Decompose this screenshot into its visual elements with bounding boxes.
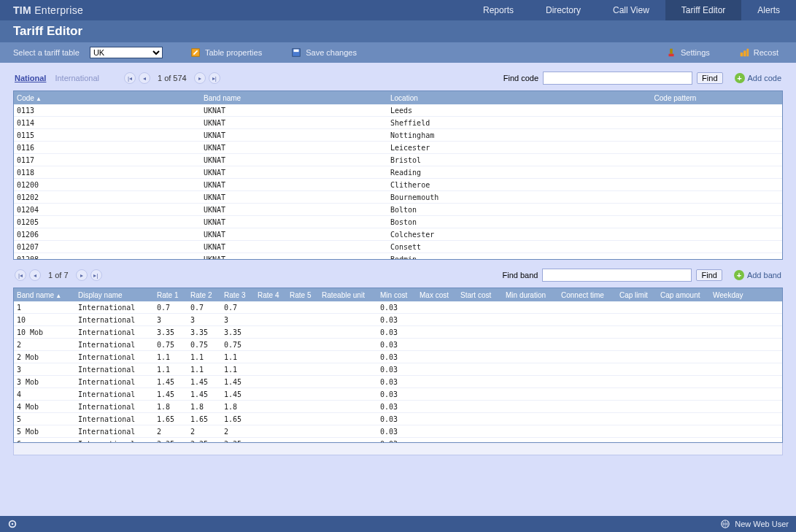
app-name-rest: Enterprise [31, 4, 83, 16]
nav-call-view[interactable]: Call View [597, 0, 665, 20]
svg-rect-7 [746, 49, 749, 57]
codes-header-pattern[interactable]: Code pattern [568, 94, 782, 102]
cell-band-name: 3 Mob [14, 378, 75, 386]
save-changes-button[interactable]: Save changes [287, 46, 361, 59]
table-row[interactable]: 4 MobInternational1.81.81.80.03 [14, 401, 782, 413]
table-row[interactable]: 10 MobInternational3.353.353.350.03 [14, 326, 782, 339]
toolbar: Select a tariff table UK Table propertie… [0, 42, 796, 63]
bands-header-max-cost[interactable]: Max cost [417, 291, 457, 299]
table-properties-button[interactable]: Table properties [186, 46, 266, 59]
find-band-input[interactable] [542, 269, 692, 282]
table-row[interactable]: 6International2.252.252.250.03 [14, 438, 782, 442]
codes-pager-first[interactable]: |◂ [124, 72, 136, 84]
bands-header-band[interactable]: Band name▲ [14, 291, 75, 299]
table-row[interactable]: 0115UKNATNottingham [14, 129, 782, 142]
cell-band-name: 4 Mob [14, 403, 75, 411]
table-row[interactable]: 2 MobInternational1.11.11.10.03 [14, 351, 782, 363]
cell-code: 0115 [14, 131, 201, 139]
tab-national[interactable]: National [15, 74, 46, 82]
bands-header-connect-time[interactable]: Connect time [558, 291, 617, 299]
table-row[interactable]: 1International0.70.70.70.03 [14, 301, 782, 314]
table-row[interactable]: 01206UKNATColchester [14, 228, 782, 241]
codes-pager-last[interactable]: ▸| [209, 72, 220, 84]
bands-horizontal-scrollbar[interactable] [13, 443, 783, 455]
codes-header-code[interactable]: Code▲ [14, 94, 201, 102]
find-code-button[interactable]: Find [697, 72, 722, 84]
nav-directory[interactable]: Directory [530, 0, 597, 20]
bands-header-rateable-unit[interactable]: Rateable unit [319, 291, 377, 299]
cell-min-cost: 0.03 [377, 415, 417, 423]
table-row[interactable]: 4International1.451.451.450.03 [14, 388, 782, 401]
codes-header-location[interactable]: Location [387, 94, 568, 102]
bands-pager-next[interactable]: ▸ [76, 269, 88, 281]
footer-user[interactable]: New Web User [735, 520, 789, 528]
bands-pager-last[interactable]: ▸| [90, 269, 102, 281]
codes-pager-prev[interactable]: ◂ [139, 72, 150, 84]
add-code-link[interactable]: + Add code [735, 73, 781, 83]
bands-header-start-cost[interactable]: Start cost [457, 291, 503, 299]
cell-min-cost: 0.03 [377, 378, 417, 386]
settings-button[interactable]: Settings [662, 46, 714, 59]
bands-header-cap-amount[interactable]: Cap amount [657, 291, 710, 299]
table-row[interactable]: 5 MobInternational2220.03 [14, 425, 782, 438]
bands-grid-body[interactable]: 1International0.70.70.70.0310Internation… [14, 301, 782, 442]
table-row[interactable]: 0113UKNATLeeds [14, 104, 782, 117]
bands-pager-first[interactable]: |◂ [15, 269, 26, 281]
codes-grid-body[interactable]: 0113UKNATLeeds0114UKNATSheffield0115UKNA… [14, 104, 782, 259]
tariff-table-select[interactable]: UK [90, 47, 163, 58]
table-row[interactable]: 0116UKNATLeicester [14, 142, 782, 154]
svg-rect-2 [294, 50, 299, 53]
gear-icon[interactable] [7, 519, 18, 529]
cell-location: Sheffield [387, 119, 568, 127]
bands-header-display[interactable]: Display name [75, 291, 154, 299]
find-band-button[interactable]: Find [696, 269, 722, 281]
cell-band: UKNAT [201, 107, 387, 115]
table-row[interactable]: 01202UKNATBournemouth [14, 191, 782, 204]
table-row[interactable]: 3 MobInternational1.451.451.450.03 [14, 376, 782, 388]
settings-icon [666, 47, 676, 58]
cell-rate3: 3 [221, 316, 255, 324]
table-row[interactable]: 0114UKNATSheffield [14, 117, 782, 129]
table-row[interactable]: 0117UKNATBristol [14, 154, 782, 166]
bands-header-rate2[interactable]: Rate 2 [188, 291, 221, 299]
tab-international[interactable]: International [55, 74, 99, 82]
cell-rate1: 1.1 [154, 353, 188, 361]
bands-pager-prev[interactable]: ◂ [29, 269, 41, 281]
bands-header-rate4[interactable]: Rate 4 [255, 291, 287, 299]
save-changes-label: Save changes [306, 48, 357, 57]
codes-pager-next[interactable]: ▸ [194, 72, 206, 84]
table-row[interactable]: 3International1.11.11.10.03 [14, 363, 782, 376]
bands-header-min-cost[interactable]: Min cost [377, 291, 417, 299]
nav-tariff-editor[interactable]: Tariff Editor [665, 0, 741, 20]
table-row[interactable]: 0118UKNATReading [14, 166, 782, 179]
bands-header-cap-limit[interactable]: Cap limit [617, 291, 657, 299]
table-row[interactable]: 01207UKNATConsett [14, 241, 782, 253]
cell-rate1: 1.1 [154, 366, 188, 374]
table-row[interactable]: 5International1.651.651.650.03 [14, 413, 782, 425]
cell-code: 01202 [14, 193, 201, 201]
codes-grid: Code▲ Band name Location Code pattern 01… [13, 90, 783, 260]
cell-location: Clitheroe [387, 181, 568, 189]
bands-header-rate1[interactable]: Rate 1 [154, 291, 188, 299]
table-row[interactable]: 10International3330.03 [14, 314, 782, 326]
bands-header-rate5[interactable]: Rate 5 [287, 291, 319, 299]
codes-header-band[interactable]: Band name [201, 94, 387, 102]
cell-min-cost: 0.03 [377, 428, 417, 436]
nav-alerts[interactable]: Alerts [741, 0, 796, 20]
find-code-input[interactable] [543, 72, 692, 85]
table-row[interactable]: 01200UKNATClitheroe [14, 179, 782, 191]
table-row[interactable]: 01204UKNATBolton [14, 204, 782, 216]
table-row[interactable]: 01208UKNATBodmin [14, 253, 782, 259]
recost-button[interactable]: Recost [735, 46, 783, 59]
bands-header-rate3[interactable]: Rate 3 [221, 291, 255, 299]
cell-rate2: 0.75 [188, 341, 221, 349]
table-row[interactable]: 01205UKNATBoston [14, 216, 782, 228]
cell-display-name: International [75, 366, 154, 374]
bands-header-min-duration[interactable]: Min duration [503, 291, 558, 299]
cell-min-cost: 0.03 [377, 328, 417, 336]
nav-reports[interactable]: Reports [467, 0, 530, 20]
table-row[interactable]: 2International0.750.750.750.03 [14, 339, 782, 351]
bands-header-weekday[interactable]: Weekday [710, 291, 751, 299]
cell-rate2: 1.45 [188, 390, 221, 398]
add-band-link[interactable]: + Add band [734, 270, 781, 280]
